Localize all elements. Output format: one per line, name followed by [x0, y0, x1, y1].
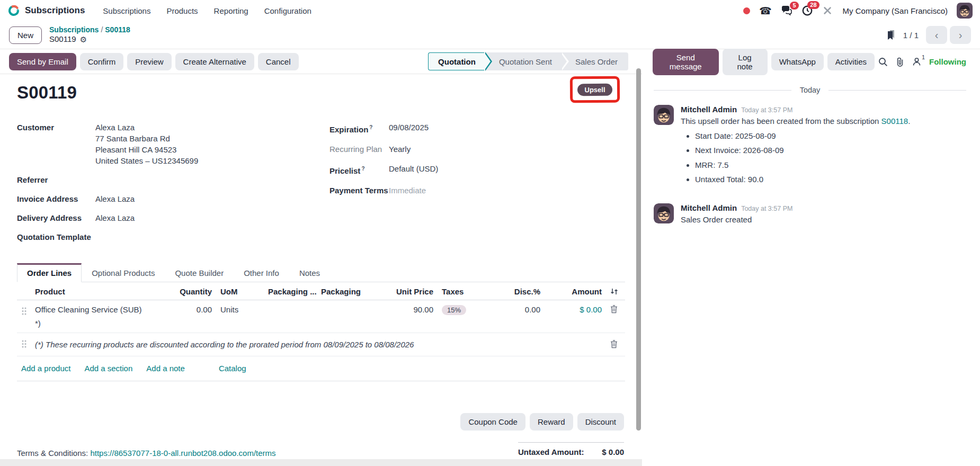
cancel-button[interactable]: Cancel [258, 53, 299, 70]
customer-address-city: Pleasant Hill CA 94523 [95, 144, 198, 155]
activities-button[interactable]: Activities [827, 53, 875, 70]
breadcrumb: Subscriptions/S00118 S00119 ⚙ [49, 25, 130, 44]
pager-previous-button[interactable]: ‹ [926, 26, 947, 44]
field-referrer: Referrer [17, 174, 329, 185]
add-a-section-link[interactable]: Add a section [84, 364, 132, 373]
cell-discount[interactable]: 0.00 [486, 300, 545, 333]
header-discount[interactable]: Disc.% [486, 282, 545, 300]
whatsapp-button[interactable]: WhatsApp [771, 53, 824, 70]
delivery-address-value[interactable]: Alexa Laza [95, 212, 135, 223]
message-author-avatar[interactable] [654, 203, 674, 223]
drag-handle-icon[interactable] [17, 300, 31, 333]
expiration-value[interactable]: 09/08/2025 [389, 122, 429, 135]
terms-link[interactable]: https://86537077-18-0-all.runbot208.odoo… [90, 449, 275, 458]
add-a-product-link[interactable]: Add a product [21, 364, 70, 373]
payment-terms-value[interactable]: Immediate [389, 185, 426, 196]
optional-columns-icon[interactable] [606, 282, 625, 300]
reward-button[interactable]: Reward [530, 413, 573, 431]
voip-phone-icon[interactable]: ☎ [759, 6, 772, 16]
header-amount[interactable]: Amount [545, 282, 606, 300]
send-by-email-button[interactable]: Send by Email [9, 53, 76, 70]
company-switcher[interactable]: My Company (San Francisco) [843, 6, 948, 15]
message-author[interactable]: Mitchell Admin [681, 105, 737, 114]
tools-icon[interactable] [822, 5, 833, 16]
header-quantity[interactable]: Quantity [163, 282, 216, 300]
user-avatar[interactable] [957, 3, 973, 19]
menu-products[interactable]: Products [166, 6, 198, 15]
cell-uom[interactable]: Units [216, 300, 264, 333]
header-packaging[interactable]: Packaging [317, 282, 379, 300]
cell-packaging-qty[interactable] [264, 300, 317, 333]
delete-line-icon[interactable] [606, 333, 625, 356]
status-step-quotation-sent[interactable]: Quotation Sent [484, 52, 560, 70]
attachments-icon[interactable] [896, 57, 904, 67]
header-product[interactable]: Product [31, 282, 163, 300]
coupon-code-button[interactable]: Coupon Code [460, 413, 525, 431]
tab-other-info[interactable]: Other Info [234, 263, 289, 282]
field-customer: Customer Alexa Laza 77 Santa Barbara Rd … [17, 122, 329, 166]
list-item: MRR: 7.5 [695, 159, 910, 172]
recurring-plan-value[interactable]: Yearly [389, 144, 411, 155]
catalog-link[interactable]: Catalog [219, 364, 246, 373]
delete-line-icon[interactable] [606, 300, 625, 333]
add-a-note-link[interactable]: Add a note [146, 364, 185, 373]
cell-unit-price[interactable]: 90.00 [379, 300, 438, 333]
note-line-row[interactable]: (*) These recurring products are discoun… [17, 333, 625, 356]
message-upsell-created: Mitchell Admin Today at 3:57 PM This ups… [654, 105, 966, 189]
tab-quote-builder[interactable]: Quote Builder [165, 263, 234, 282]
pager-next-button[interactable]: › [950, 26, 971, 44]
menu-reporting[interactable]: Reporting [214, 6, 248, 15]
message-subscription-link[interactable]: S00118 [881, 116, 908, 126]
header-taxes[interactable]: Taxes [438, 282, 486, 300]
tab-notes[interactable]: Notes [289, 263, 330, 282]
following-toggle[interactable]: Following [929, 57, 966, 66]
cell-packaging[interactable] [317, 300, 379, 333]
tax-badge[interactable]: 15% [442, 305, 466, 315]
cell-product-note-mark: *) [35, 319, 159, 328]
form-view-region: Send by Email Confirm Preview Create Alt… [0, 49, 642, 466]
create-alternative-button[interactable]: Create Alternative [175, 53, 254, 70]
discount-button[interactable]: Discount [577, 413, 624, 431]
menu-configuration[interactable]: Configuration [264, 6, 311, 15]
messages-badge: 5 [790, 2, 798, 10]
status-step-sales-order[interactable]: Sales Order [560, 52, 628, 70]
pricelist-value[interactable]: Default (USD) [389, 163, 438, 176]
status-step-quotation[interactable]: Quotation [428, 52, 484, 70]
message-detail-list: Start Date: 2025-08-09 Next Invoice: 202… [681, 130, 910, 186]
breadcrumb-s00118[interactable]: S00118 [105, 25, 130, 34]
note-line-text[interactable]: (*) These recurring products are discoun… [31, 333, 606, 356]
odoo-subscriptions-logo-icon [7, 4, 20, 17]
table-header-row: Product Quantity UoM Packaging ... Packa… [17, 282, 625, 300]
notebook-tabs: Order Lines Optional Products Quote Buil… [17, 263, 625, 282]
new-button[interactable]: New [9, 26, 42, 44]
header-packaging-qty[interactable]: Packaging ... [264, 282, 317, 300]
menu-subscriptions[interactable]: Subscriptions [103, 6, 150, 15]
search-messages-icon[interactable] [878, 57, 888, 67]
messages-icon[interactable]: 5 [781, 5, 792, 16]
log-note-button[interactable]: Log note [723, 49, 768, 75]
send-message-button[interactable]: Send message [653, 49, 719, 75]
cell-quantity[interactable]: 0.00 [163, 300, 216, 333]
invoice-address-value[interactable]: Alexa Laza [95, 193, 135, 204]
header-uom[interactable]: UoM [216, 282, 264, 300]
message-author[interactable]: Mitchell Admin [681, 203, 737, 212]
preview-button[interactable]: Preview [127, 53, 171, 70]
activities-clock-icon[interactable]: 28 [801, 5, 813, 16]
message-author-avatar[interactable] [654, 105, 674, 125]
bookmark-icon[interactable] [886, 30, 896, 40]
cell-product[interactable]: Office Cleaning Service (SUB) [35, 305, 159, 314]
tab-optional-products[interactable]: Optional Products [82, 263, 165, 282]
header-unit-price[interactable]: Unit Price [379, 282, 438, 300]
app-name: Subscriptions [25, 5, 85, 16]
drag-handle-icon[interactable] [17, 333, 31, 356]
vertical-scrollbar[interactable] [636, 68, 641, 431]
followers-icon[interactable]: 1 [912, 57, 921, 66]
record-actions-gear-icon[interactable]: ⚙ [80, 35, 87, 43]
customer-name[interactable]: Alexa Laza [95, 122, 198, 133]
confirm-button[interactable]: Confirm [80, 53, 124, 70]
app-brand[interactable]: Subscriptions [7, 4, 85, 17]
tab-order-lines[interactable]: Order Lines [17, 263, 82, 282]
list-item: Next Invoice: 2026-08-09 [695, 145, 910, 157]
breadcrumb-subscriptions[interactable]: Subscriptions [49, 25, 99, 34]
order-line-row[interactable]: Office Cleaning Service (SUB) *) 0.00 Un… [17, 300, 625, 333]
